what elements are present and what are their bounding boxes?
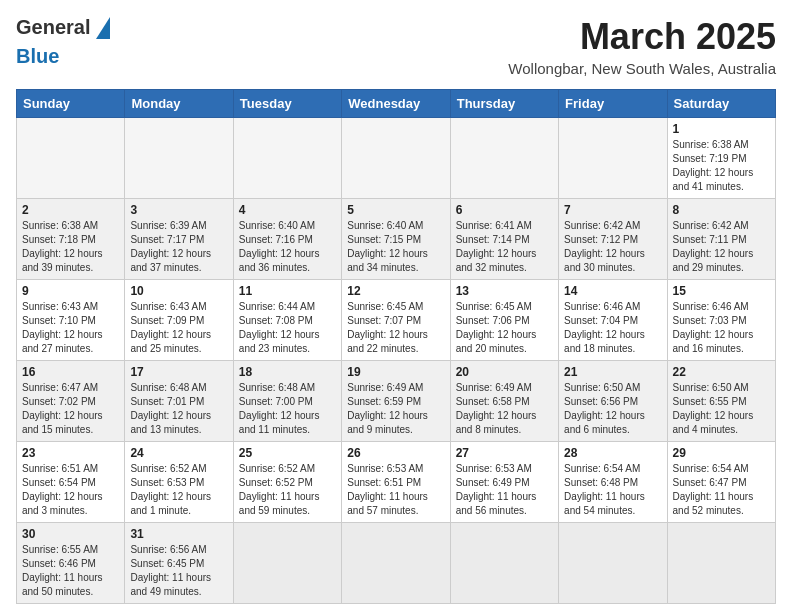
day-number: 6 <box>456 203 553 217</box>
day-number: 26 <box>347 446 444 460</box>
day-info: Sunrise: 6:39 AM Sunset: 7:17 PM Dayligh… <box>130 219 227 275</box>
calendar-day-1: 1Sunrise: 6:38 AM Sunset: 7:19 PM Daylig… <box>667 118 775 199</box>
day-number: 23 <box>22 446 119 460</box>
calendar-day-27: 27Sunrise: 6:53 AM Sunset: 6:49 PM Dayli… <box>450 442 558 523</box>
day-number: 13 <box>456 284 553 298</box>
calendar-day-18: 18Sunrise: 6:48 AM Sunset: 7:00 PM Dayli… <box>233 361 341 442</box>
calendar-day-13: 13Sunrise: 6:45 AM Sunset: 7:06 PM Dayli… <box>450 280 558 361</box>
calendar-week-row: 1Sunrise: 6:38 AM Sunset: 7:19 PM Daylig… <box>17 118 776 199</box>
weekday-header-row: SundayMondayTuesdayWednesdayThursdayFrid… <box>17 90 776 118</box>
logo: General Blue <box>16 16 110 68</box>
calendar-day-19: 19Sunrise: 6:49 AM Sunset: 6:59 PM Dayli… <box>342 361 450 442</box>
weekday-thursday: Thursday <box>450 90 558 118</box>
day-info: Sunrise: 6:45 AM Sunset: 7:07 PM Dayligh… <box>347 300 444 356</box>
weekday-friday: Friday <box>559 90 667 118</box>
day-number: 27 <box>456 446 553 460</box>
weekday-wednesday: Wednesday <box>342 90 450 118</box>
month-title: March 2025 <box>508 16 776 58</box>
day-info: Sunrise: 6:38 AM Sunset: 7:18 PM Dayligh… <box>22 219 119 275</box>
calendar-day-21: 21Sunrise: 6:50 AM Sunset: 6:56 PM Dayli… <box>559 361 667 442</box>
day-info: Sunrise: 6:52 AM Sunset: 6:52 PM Dayligh… <box>239 462 336 518</box>
calendar-table: SundayMondayTuesdayWednesdayThursdayFrid… <box>16 89 776 604</box>
calendar-day-7: 7Sunrise: 6:42 AM Sunset: 7:12 PM Daylig… <box>559 199 667 280</box>
day-info: Sunrise: 6:51 AM Sunset: 6:54 PM Dayligh… <box>22 462 119 518</box>
calendar-day-empty <box>17 118 125 199</box>
day-info: Sunrise: 6:45 AM Sunset: 7:06 PM Dayligh… <box>456 300 553 356</box>
day-number: 29 <box>673 446 770 460</box>
calendar-day-20: 20Sunrise: 6:49 AM Sunset: 6:58 PM Dayli… <box>450 361 558 442</box>
day-number: 1 <box>673 122 770 136</box>
day-number: 31 <box>130 527 227 541</box>
location-title: Wollongbar, New South Wales, Australia <box>508 60 776 77</box>
day-info: Sunrise: 6:47 AM Sunset: 7:02 PM Dayligh… <box>22 381 119 437</box>
day-info: Sunrise: 6:53 AM Sunset: 6:51 PM Dayligh… <box>347 462 444 518</box>
calendar-week-row: 30Sunrise: 6:55 AM Sunset: 6:46 PM Dayli… <box>17 523 776 604</box>
day-number: 17 <box>130 365 227 379</box>
calendar-day-29: 29Sunrise: 6:54 AM Sunset: 6:47 PM Dayli… <box>667 442 775 523</box>
calendar-day-25: 25Sunrise: 6:52 AM Sunset: 6:52 PM Dayli… <box>233 442 341 523</box>
day-number: 5 <box>347 203 444 217</box>
day-info: Sunrise: 6:54 AM Sunset: 6:48 PM Dayligh… <box>564 462 661 518</box>
day-number: 11 <box>239 284 336 298</box>
day-info: Sunrise: 6:49 AM Sunset: 6:58 PM Dayligh… <box>456 381 553 437</box>
day-info: Sunrise: 6:42 AM Sunset: 7:11 PM Dayligh… <box>673 219 770 275</box>
day-info: Sunrise: 6:55 AM Sunset: 6:46 PM Dayligh… <box>22 543 119 599</box>
calendar-day-empty <box>450 523 558 604</box>
weekday-monday: Monday <box>125 90 233 118</box>
day-info: Sunrise: 6:42 AM Sunset: 7:12 PM Dayligh… <box>564 219 661 275</box>
day-info: Sunrise: 6:44 AM Sunset: 7:08 PM Dayligh… <box>239 300 336 356</box>
day-info: Sunrise: 6:40 AM Sunset: 7:15 PM Dayligh… <box>347 219 444 275</box>
day-number: 28 <box>564 446 661 460</box>
calendar-day-4: 4Sunrise: 6:40 AM Sunset: 7:16 PM Daylig… <box>233 199 341 280</box>
day-info: Sunrise: 6:53 AM Sunset: 6:49 PM Dayligh… <box>456 462 553 518</box>
calendar-day-3: 3Sunrise: 6:39 AM Sunset: 7:17 PM Daylig… <box>125 199 233 280</box>
day-info: Sunrise: 6:40 AM Sunset: 7:16 PM Dayligh… <box>239 219 336 275</box>
day-info: Sunrise: 6:43 AM Sunset: 7:09 PM Dayligh… <box>130 300 227 356</box>
calendar-day-10: 10Sunrise: 6:43 AM Sunset: 7:09 PM Dayli… <box>125 280 233 361</box>
calendar-day-22: 22Sunrise: 6:50 AM Sunset: 6:55 PM Dayli… <box>667 361 775 442</box>
calendar-day-empty <box>559 523 667 604</box>
calendar-day-31: 31Sunrise: 6:56 AM Sunset: 6:45 PM Dayli… <box>125 523 233 604</box>
day-number: 18 <box>239 365 336 379</box>
calendar-day-8: 8Sunrise: 6:42 AM Sunset: 7:11 PM Daylig… <box>667 199 775 280</box>
calendar-day-empty <box>559 118 667 199</box>
day-number: 10 <box>130 284 227 298</box>
day-number: 16 <box>22 365 119 379</box>
day-number: 7 <box>564 203 661 217</box>
day-number: 21 <box>564 365 661 379</box>
day-info: Sunrise: 6:48 AM Sunset: 7:00 PM Dayligh… <box>239 381 336 437</box>
title-section: March 2025 Wollongbar, New South Wales, … <box>508 16 776 77</box>
calendar-day-26: 26Sunrise: 6:53 AM Sunset: 6:51 PM Dayli… <box>342 442 450 523</box>
day-info: Sunrise: 6:41 AM Sunset: 7:14 PM Dayligh… <box>456 219 553 275</box>
calendar-day-2: 2Sunrise: 6:38 AM Sunset: 7:18 PM Daylig… <box>17 199 125 280</box>
day-info: Sunrise: 6:54 AM Sunset: 6:47 PM Dayligh… <box>673 462 770 518</box>
day-info: Sunrise: 6:38 AM Sunset: 7:19 PM Dayligh… <box>673 138 770 194</box>
calendar-day-empty <box>342 523 450 604</box>
day-number: 25 <box>239 446 336 460</box>
calendar-day-28: 28Sunrise: 6:54 AM Sunset: 6:48 PM Dayli… <box>559 442 667 523</box>
calendar-day-5: 5Sunrise: 6:40 AM Sunset: 7:15 PM Daylig… <box>342 199 450 280</box>
calendar-day-12: 12Sunrise: 6:45 AM Sunset: 7:07 PM Dayli… <box>342 280 450 361</box>
day-info: Sunrise: 6:46 AM Sunset: 7:04 PM Dayligh… <box>564 300 661 356</box>
day-info: Sunrise: 6:56 AM Sunset: 6:45 PM Dayligh… <box>130 543 227 599</box>
calendar-day-17: 17Sunrise: 6:48 AM Sunset: 7:01 PM Dayli… <box>125 361 233 442</box>
logo-triangle-icon <box>96 17 110 39</box>
logo-general-text: General <box>16 16 90 39</box>
logo-blue-text: Blue <box>16 45 59 68</box>
calendar-day-empty <box>233 118 341 199</box>
calendar-day-empty <box>450 118 558 199</box>
day-number: 2 <box>22 203 119 217</box>
day-number: 3 <box>130 203 227 217</box>
day-number: 12 <box>347 284 444 298</box>
day-info: Sunrise: 6:50 AM Sunset: 6:56 PM Dayligh… <box>564 381 661 437</box>
calendar-day-23: 23Sunrise: 6:51 AM Sunset: 6:54 PM Dayli… <box>17 442 125 523</box>
day-number: 9 <box>22 284 119 298</box>
day-number: 20 <box>456 365 553 379</box>
calendar-day-empty <box>125 118 233 199</box>
day-number: 8 <box>673 203 770 217</box>
calendar-week-row: 23Sunrise: 6:51 AM Sunset: 6:54 PM Dayli… <box>17 442 776 523</box>
calendar-day-empty <box>667 523 775 604</box>
calendar-day-11: 11Sunrise: 6:44 AM Sunset: 7:08 PM Dayli… <box>233 280 341 361</box>
calendar-day-30: 30Sunrise: 6:55 AM Sunset: 6:46 PM Dayli… <box>17 523 125 604</box>
day-number: 30 <box>22 527 119 541</box>
